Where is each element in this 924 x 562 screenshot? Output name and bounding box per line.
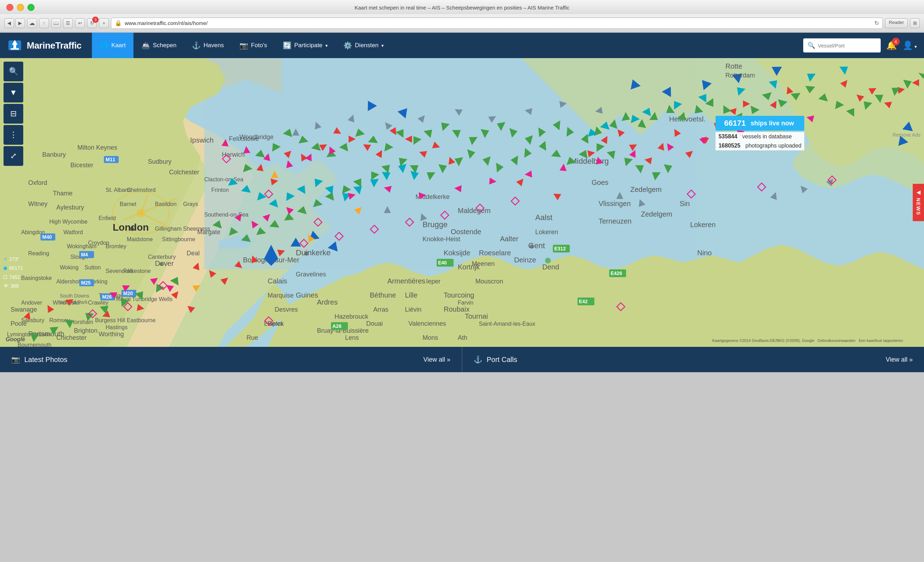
terms-link[interactable]: Gebruiksvoorwaarden [818, 339, 856, 343]
anchored-ships-row: 7452 [3, 273, 23, 282]
window-title: Kaart met schepen in real time – AIS – S… [355, 4, 569, 10]
search-icon: 🔍 [9, 67, 18, 76]
close-button[interactable] [6, 4, 14, 11]
brand-name: MarineTraffic [27, 40, 81, 51]
nav-item-participate[interactable]: 🔄 Participate ▾ [275, 33, 336, 58]
nav-search[interactable]: 🔍 [803, 38, 880, 52]
search-input[interactable] [818, 43, 876, 49]
title-bar: Kaart met schepen in real time – AIS – S… [0, 0, 924, 14]
notification-bell[interactable]: 🔔 4 [886, 40, 897, 50]
brand-logo-icon [7, 37, 22, 53]
nav-item-kaart[interactable]: 🌐 Kaart [92, 33, 134, 58]
vessels-count: 535844 [718, 133, 737, 140]
map-nodes-button[interactable]: ⋮ [3, 125, 23, 145]
photos-count: 1680525 [718, 142, 740, 149]
latest-photos-section: 📷 Latest Photos View all » [0, 355, 462, 364]
photos-stat-row: 1680525 photographs uploaded [716, 141, 804, 150]
refresh-icon: 🔄 [283, 41, 292, 49]
ship-icon: 🚢 [141, 41, 150, 49]
map-container[interactable]: Banbury Milton Keynes Bicester Oxford Th… [0, 58, 924, 347]
map-attribution: Kaartgegevens ©2014 GeoBasis-DE/BKG (©20… [712, 339, 903, 343]
map-stats-left: ↺ 273" 66171 7452 👁 368 [3, 255, 23, 291]
live-ships-stat: 66171 ships live now [716, 116, 804, 130]
svg-rect-3 [10, 48, 19, 49]
nodes-icon: ⋮ [9, 130, 17, 139]
reader-button[interactable]: Reader [885, 18, 908, 28]
nav-search-icon: 🔍 [807, 42, 815, 49]
icloud-button[interactable]: ☁ [27, 18, 37, 28]
camera-bottom-icon: 📷 [11, 355, 20, 364]
live-ships-value: 66171 [9, 264, 23, 273]
lock-icon: 🔒 [115, 20, 122, 26]
filter-icon: ▼ [9, 88, 17, 97]
zoom-value: 273" [9, 255, 19, 264]
news-label: NEWS [915, 198, 921, 216]
diensten-chevron-icon: ▾ [381, 43, 384, 48]
address-bar-wrap: 🔒 ↻ [111, 18, 883, 29]
reload-button[interactable]: ↻ 3 [87, 18, 97, 28]
globe-icon: 🌐 [100, 41, 108, 49]
minimize-button[interactable] [17, 4, 24, 11]
address-bar[interactable] [124, 20, 872, 26]
bottom-bar: 📷 Latest Photos View all » ⚓ Port Calls … [0, 347, 924, 372]
bookmark-button[interactable]: 📖 [51, 18, 61, 28]
map-background [0, 58, 924, 347]
port-calls-view-all-button[interactable]: View all » [886, 356, 913, 363]
nav-items: 🌐 Kaart 🚢 Schepen ⚓ Havens 📷 Foto's 🔄 Pa… [92, 33, 803, 58]
nav-label-kaart: Kaart [111, 42, 126, 49]
user-menu[interactable]: 👤 ▾ [903, 40, 917, 50]
location-button[interactable]: + [99, 18, 109, 28]
maximize-button[interactable] [27, 4, 34, 11]
app-navbar: MarineTraffic 🌐 Kaart 🚢 Schepen ⚓ Havens… [0, 33, 924, 58]
map-fullscreen-button[interactable]: ⤢ [3, 146, 23, 166]
notification-badge: 4 [892, 37, 900, 45]
back2-button[interactable]: ↩ [75, 18, 85, 28]
nav-group: ◀ ▶ [4, 18, 25, 28]
map-filter-button[interactable]: ▼ [3, 83, 23, 102]
layers-icon: ⊟ [10, 109, 16, 118]
browser-badge: 3 [92, 16, 99, 23]
vessels-label: vessels in database [742, 133, 792, 140]
gear-icon: ⚙️ [344, 41, 352, 49]
latest-photos-label: 📷 Latest Photos [11, 355, 67, 364]
report-link[interactable]: Een kaartfout rapporteren [859, 339, 903, 343]
port-calls-label: ⚓ Port Calls [474, 355, 517, 364]
watched-ships-row: 👁 368 [3, 282, 23, 291]
nav-item-diensten[interactable]: ⚙️ Diensten ▾ [336, 33, 392, 58]
photos-view-all-button[interactable]: View all » [423, 356, 450, 363]
nav-label-fotos: Foto's [251, 42, 267, 49]
nav-label-participate: Participate [294, 42, 322, 49]
readinglist-button[interactable]: ☰ [63, 18, 73, 28]
nav-item-schepen[interactable]: 🚢 Schepen [134, 33, 184, 58]
photos-label: photographs uploaded [746, 142, 801, 149]
remove-ads-button[interactable]: Remove Ads [889, 129, 924, 141]
anchored-indicator [3, 275, 7, 279]
anchored-value: 7452 [9, 273, 20, 282]
map-search-button[interactable]: 🔍 [3, 61, 23, 81]
window-chrome: Kaart met schepen in real time – AIS – S… [0, 0, 924, 33]
news-arrow-icon: ◀ [915, 189, 921, 196]
map-layers-button[interactable]: ⊟ [3, 104, 23, 124]
user-icon: 👤 [903, 40, 913, 50]
forward-button[interactable]: ▶ [15, 18, 25, 28]
share-button[interactable]: ↑ [39, 18, 49, 28]
nav-label-diensten: Diensten [355, 42, 378, 49]
back-button[interactable]: ◀ [4, 18, 14, 28]
anchor-bottom-icon: ⚓ [474, 355, 482, 364]
bookmarks-button[interactable]: ⊞ [910, 18, 920, 28]
nav-label-schepen: Schepen [153, 42, 176, 49]
stats-panel: 66171 ships live now 535844 vessels in d… [716, 116, 804, 150]
zoom-level-row: ↺ 273" [3, 255, 23, 264]
page-reload-icon[interactable]: ↻ [874, 20, 879, 26]
nav-item-fotos[interactable]: 📷 Foto's [232, 33, 275, 58]
nav-label-havens: Havens [204, 42, 224, 49]
live-count: 66171 [724, 119, 746, 128]
nav-item-havens[interactable]: ⚓ Havens [184, 33, 232, 58]
window-buttons [6, 4, 34, 11]
news-tab[interactable]: ◀ NEWS [913, 184, 924, 221]
zoom-icon: ↺ [3, 256, 7, 264]
brand: MarineTraffic [7, 37, 81, 53]
watched-value: 368 [10, 282, 19, 291]
eye-icon: 👁 [3, 282, 9, 291]
live-dot [3, 267, 7, 270]
